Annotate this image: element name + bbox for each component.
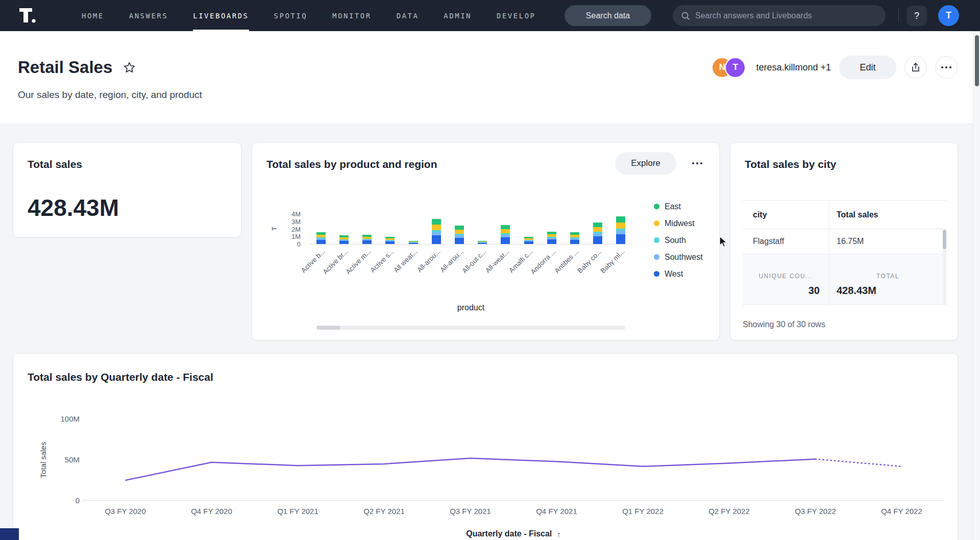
share-icon[interactable] [904,56,927,79]
page-scrollbar[interactable] [973,31,980,540]
bar-y-tick-label: 0 [280,240,301,248]
bar-segment-west[interactable] [385,241,395,244]
card-title: Total sales by product and region [266,158,437,170]
nav-item-develop[interactable]: DEVELOP [497,0,536,31]
bar-segment-east[interactable] [455,226,464,230]
search-data-button[interactable]: Search data [565,5,651,26]
nav-item-home[interactable]: HOME [82,0,104,31]
nav-item-admin[interactable]: ADMIN [444,0,472,31]
line-y-axis: 100M50M0 [49,419,80,501]
legend-dot [654,237,659,243]
nav-divider [898,9,899,22]
bar-segment-east[interactable] [616,216,625,223]
sales-trend-line-forecast[interactable] [816,459,902,466]
bar-segment-west[interactable] [478,243,487,244]
cell-total-sales: 16.75M [829,229,946,254]
edit-button[interactable]: Edit [839,56,896,79]
bar-all-out-c[interactable] [478,241,487,244]
bar-segment-east[interactable] [432,219,441,225]
nav-menu: HOMEANSWERSLIVEBOARDSSPOTIQMONITORDATAAD… [82,0,536,31]
bar-y-tick-label: 4M [280,210,301,218]
bar-segment-midwest[interactable] [501,229,510,233]
bar-segment-midwest[interactable] [432,225,441,230]
bar-all-arou[interactable] [455,226,464,244]
column-header-total-sales[interactable]: Total sales [829,201,946,229]
user-avatar[interactable]: T [938,5,959,26]
table-scrollbar-thumb[interactable] [943,230,946,249]
liveboard-header: Retail Sales Our sales by date, region, … [0,31,980,124]
sort-ascending-icon[interactable]: ↑ [557,530,561,538]
line-y-tick-label: 100M [49,414,80,423]
bar-segment-west[interactable] [362,240,372,244]
bar-segment-midwest[interactable] [616,223,625,229]
search-icon [681,11,690,20]
collaborators-label[interactable]: teresa.killmond +1 [756,62,831,73]
legend-item-south[interactable]: South [654,232,703,249]
collaborator-avatar-t[interactable]: T [725,57,746,78]
line-chart-svg [82,419,945,501]
bar-segment-west[interactable] [432,235,441,244]
bar-amalfi-c[interactable] [524,237,533,244]
nav-item-liveboards[interactable]: LIVEBOARDS [193,0,249,31]
page-title: Retail Sales [18,58,112,77]
legend-item-east[interactable]: East [654,198,703,215]
column-header-city[interactable]: city [743,210,829,219]
bar-segment-west[interactable] [570,240,579,244]
bar-segment-west[interactable] [409,243,418,244]
city-table-card: Total sales by city city Total sales Fla… [730,142,958,340]
line-x-tick-label: Q2 FY 2022 [694,507,765,516]
bar-segment-midwest[interactable] [455,230,464,234]
bar-all-wear[interactable] [501,225,510,244]
bar-active-m[interactable] [362,235,372,244]
bar-segment-west[interactable] [316,240,326,244]
nav-item-monitor[interactable]: MONITOR [332,0,372,31]
global-search-field[interactable] [673,5,886,26]
explore-button[interactable]: Explore [615,152,676,175]
bar-antibes[interactable] [570,232,579,244]
bar-active-s[interactable] [385,237,395,244]
bar-segment-west[interactable] [339,241,349,244]
more-options-icon[interactable] [935,56,958,79]
bar-all-weat[interactable] [409,241,418,244]
bar-segment-west[interactable] [455,238,464,244]
legend-item-southwest[interactable]: Southwest [654,249,703,265]
chart-horizontal-scrollbar[interactable] [316,326,625,330]
bar-segment-west[interactable] [524,241,533,244]
page-scrollbar-thumb[interactable] [975,35,979,86]
cell-city: Flagstaff [743,237,829,246]
bar-segment-west[interactable] [501,237,510,244]
bar-baby-ml[interactable] [616,216,625,244]
nav-item-answers[interactable]: ANSWERS [129,0,168,31]
bar-all-arou[interactable] [432,219,441,244]
bar-segment-east[interactable] [501,225,510,229]
bar-segment-midwest[interactable] [593,227,602,232]
table-vertical-scrollbar[interactable] [943,230,946,305]
card-more-options-icon[interactable] [687,153,707,174]
chart-scrollbar-thumb[interactable] [317,326,340,330]
global-search-input[interactable] [695,11,877,20]
line-x-tick-label: Q3 FY 2022 [780,507,851,516]
legend-item-midwest[interactable]: Midwest [654,215,703,232]
card-title: Total sales [28,158,82,170]
bar-segment-west[interactable] [593,236,602,244]
legend-item-west[interactable]: West [654,265,703,282]
legend-dot [654,254,659,260]
bar-x-axis: Active b...Active br...Active m...Active… [309,247,632,298]
sales-trend-line[interactable] [126,458,816,480]
bar-segment-east[interactable] [593,223,602,227]
bar-baby-co[interactable] [593,223,602,244]
total-sales-card: Total sales 428.43M [13,142,241,237]
line-x-tick-label: Q1 FY 2021 [262,507,334,516]
thoughtspot-logo-icon[interactable] [18,7,39,27]
bar-active-br[interactable] [339,235,349,244]
nav-item-data[interactable]: DATA [397,0,419,31]
bar-segment-west[interactable] [547,239,556,244]
help-button[interactable]: ? [906,6,927,26]
bar-active-b[interactable] [316,232,326,244]
bar-segment-west[interactable] [616,234,625,244]
favorite-star-icon[interactable] [122,61,136,75]
nav-item-spotiq[interactable]: SPOTIQ [274,0,308,31]
bar-andorra[interactable] [547,232,556,244]
table-row[interactable]: Flagstaff 16.75M [743,229,946,254]
bar-segment-southwest[interactable] [616,231,625,234]
